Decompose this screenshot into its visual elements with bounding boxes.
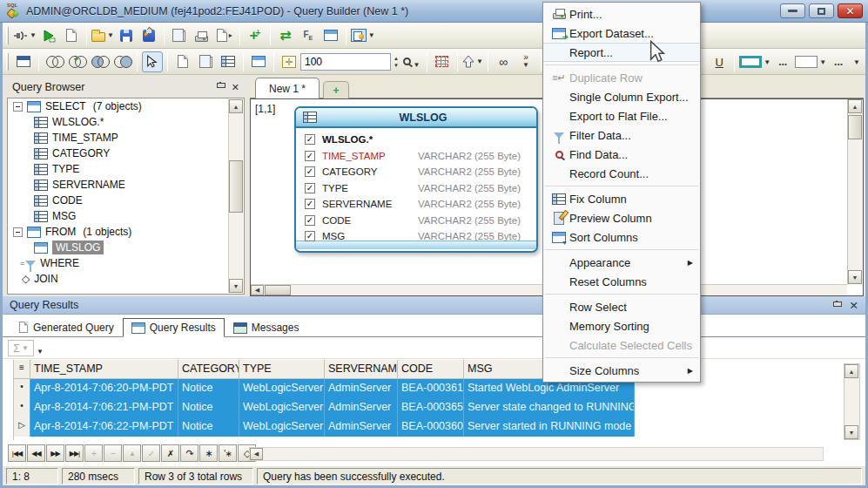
tab-new1[interactable]: New 1 * <box>255 78 320 98</box>
zoom-spinner[interactable]: ▲▼ <box>392 55 400 69</box>
execute-button[interactable] <box>38 25 59 46</box>
menu-item-preview-column[interactable]: Preview Column <box>543 208 700 227</box>
column-header[interactable]: TYPE <box>239 360 325 379</box>
field-checkbox[interactable]: ✓ <box>305 215 315 226</box>
menu-item-appearance[interactable]: Appearance▶ <box>543 253 700 272</box>
field-checkbox[interactable]: ✓ <box>305 134 315 145</box>
schema-browser-button[interactable] <box>320 25 341 46</box>
wlslog-table-diagram[interactable]: WLSLOG ✓WLSLOG.* ✓TIME_STAMPVARCHAR2 (25… <box>294 106 538 253</box>
menu-item-filter-data[interactable]: Filter Data... <box>543 125 700 145</box>
restore-button[interactable] <box>809 3 834 18</box>
add-tab-button[interactable]: + <box>323 81 349 98</box>
menu-item-fix-column[interactable]: Fix Column <box>543 189 700 208</box>
menu-item-report[interactable]: Report... <box>543 43 700 62</box>
tab-query-results[interactable]: Query Results <box>123 318 225 337</box>
pin-icon[interactable] <box>216 82 225 91</box>
zoom-button[interactable]: ▼ <box>401 51 422 72</box>
menu-item-single-column-export[interactable]: Single Column Export... <box>543 87 700 106</box>
open-file-button[interactable]: ▼ <box>91 25 114 46</box>
more-tools-button[interactable]: »▼ <box>515 51 536 72</box>
tree-item-join[interactable]: ◇JOIN <box>8 271 244 287</box>
menu-item-memory-sorting[interactable]: Memory Sorting <box>543 316 700 336</box>
save-button[interactable] <box>116 25 137 46</box>
new-page-button[interactable] <box>172 51 193 72</box>
menu-item-record-count[interactable]: Record Count... <box>543 164 700 183</box>
field-row[interactable]: ✓TYPEVARCHAR2 (255 Byte) <box>296 180 536 197</box>
field-checkbox[interactable]: ✓ <box>305 151 315 161</box>
union-all-button[interactable]: + <box>66 51 87 72</box>
field-row[interactable]: ✓CODEVARCHAR2 (255 Byte) <box>296 213 536 229</box>
sigma-button[interactable]: Σ▼ <box>8 340 34 356</box>
field-checkbox[interactable]: ✓ <box>305 231 315 241</box>
new-file-button[interactable] <box>61 25 82 46</box>
tree-item-from[interactable]: FROM (1 objects) <box>8 224 244 240</box>
fill-color-button[interactable]: ▼ <box>795 51 826 72</box>
link-button[interactable]: ∞ <box>493 51 514 72</box>
intersect-button[interactable] <box>111 51 132 72</box>
cancel-edit-button[interactable]: ✗ <box>161 444 179 462</box>
grid-button[interactable] <box>218 51 239 72</box>
menu-item-reset-columns[interactable]: Reset Columns <box>543 272 700 291</box>
grid-row[interactable]: • Apr-8-2014-7:06:21-PM-PDT Notice WebLo… <box>14 398 841 417</box>
menu-item-sort-columns[interactable]: ▼Sort Columns <box>543 227 700 247</box>
tree-item-column[interactable]: TIME_STAMP <box>8 130 244 146</box>
print-button[interactable] <box>192 25 212 46</box>
table-window-button[interactable] <box>248 51 269 72</box>
close-panel-icon[interactable]: ✕ <box>850 299 858 312</box>
window-view-button[interactable] <box>13 51 34 72</box>
column-header[interactable]: CATEGORY <box>178 360 239 379</box>
grid-row[interactable]: • Apr-8-2014-7:06:20-PM-PDT Notice WebLo… <box>14 379 841 398</box>
column-header[interactable]: TIME_STAMP <box>30 360 178 379</box>
save-as-button[interactable] <box>138 25 159 46</box>
field-row[interactable]: ✓WLSLOG.* <box>296 132 536 148</box>
minimize-button[interactable] <box>780 3 805 18</box>
tree-scrollbar[interactable]: ▲ ▼ <box>228 99 243 293</box>
field-checkbox[interactable]: ✓ <box>305 183 315 193</box>
tree-item-column[interactable]: CODE <box>8 193 244 208</box>
bookmark-button[interactable]: ∗ <box>199 444 218 462</box>
menu-item-size-columns[interactable]: Size Columns▶ <box>543 361 700 380</box>
line-color-more-button[interactable]: ... <box>772 51 793 72</box>
tree-item-table-selected[interactable]: WLSLOG <box>8 240 244 255</box>
caret-icon[interactable]: ▼ <box>37 348 44 356</box>
add-query-button[interactable]: ++ <box>245 25 266 46</box>
tree-item-column[interactable]: CATEGORY <box>8 146 244 161</box>
diagram-header[interactable]: WLSLOG <box>296 108 536 128</box>
goto-bookmark-button[interactable]: '∗ <box>219 444 237 462</box>
menu-item-find-data[interactable]: Find Data... <box>543 145 700 164</box>
menu-item-export-dataset[interactable]: ➔Export Dataset... <box>543 24 700 43</box>
tab-messages[interactable]: Messages <box>225 318 308 337</box>
close-panel-icon[interactable]: ✕ <box>232 82 239 93</box>
layout-button[interactable]: ▼ <box>351 25 375 46</box>
tree-item-column[interactable]: TYPE <box>8 161 244 177</box>
column-header[interactable]: CODE <box>398 360 464 379</box>
prev-record-button[interactable]: ◀◀ <box>27 444 45 462</box>
zoom-level-input[interactable] <box>300 53 391 71</box>
field-checkbox[interactable]: ✓ <box>305 199 315 209</box>
refresh-records-button[interactable]: ↷ <box>180 444 198 462</box>
select-tool-button[interactable] <box>142 51 163 72</box>
pin-icon[interactable] <box>832 301 841 309</box>
tree-item-column[interactable]: SERVERNAME <box>8 177 244 193</box>
last-record-button[interactable]: ▶▶| <box>65 444 84 462</box>
field-checkbox[interactable]: ✓ <box>305 166 315 177</box>
close-button[interactable]: ✕ <box>838 3 863 18</box>
canvas-vscrollbar[interactable]: ▲ ▼ <box>847 99 863 284</box>
grid-vscrollbar[interactable]: ▲ ▼ <box>844 363 860 440</box>
grid-row-current[interactable]: ▷ Apr-8-2014-7:06:22-PM-PDT Notice WebLo… <box>14 417 841 437</box>
tree-item-column[interactable]: WLSLOG.* <box>8 114 244 130</box>
tree-item-column[interactable]: MSG <box>8 208 244 224</box>
column-header[interactable]: SERVERNAME <box>325 360 398 379</box>
field-row[interactable]: ✓SERVERNAMEVARCHAR2 (255 Byte) <box>296 196 536 213</box>
field-row[interactable]: ✓TIME_STAMPVARCHAR2 (255 Byte) <box>296 148 536 165</box>
collapse-toggle-icon[interactable] <box>13 102 23 112</box>
flat-file-button[interactable]: FE <box>298 25 319 46</box>
tree-item-where[interactable]: =WHERE <box>8 255 244 271</box>
tree-item-select[interactable]: SELECT (7 objects) <box>8 98 244 114</box>
copy-page-button[interactable] <box>195 51 216 72</box>
union-button[interactable] <box>44 51 64 72</box>
line-color-button[interactable]: ▼ <box>739 51 770 72</box>
minus-set-button[interactable] <box>89 51 110 72</box>
connect-button[interactable]: ▼ <box>13 25 37 46</box>
fill-color-more-button[interactable]: ... <box>828 51 849 72</box>
